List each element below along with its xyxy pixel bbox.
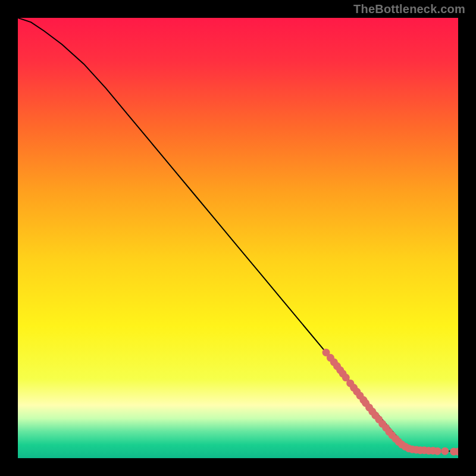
- chart-root: TheBottleneck.com: [0, 0, 476, 476]
- plot-area: [18, 18, 458, 458]
- gradient-background: [18, 18, 458, 458]
- chart-svg: [18, 18, 458, 458]
- data-dot: [441, 447, 449, 455]
- watermark-text: TheBottleneck.com: [353, 2, 465, 16]
- data-dot: [434, 447, 441, 455]
